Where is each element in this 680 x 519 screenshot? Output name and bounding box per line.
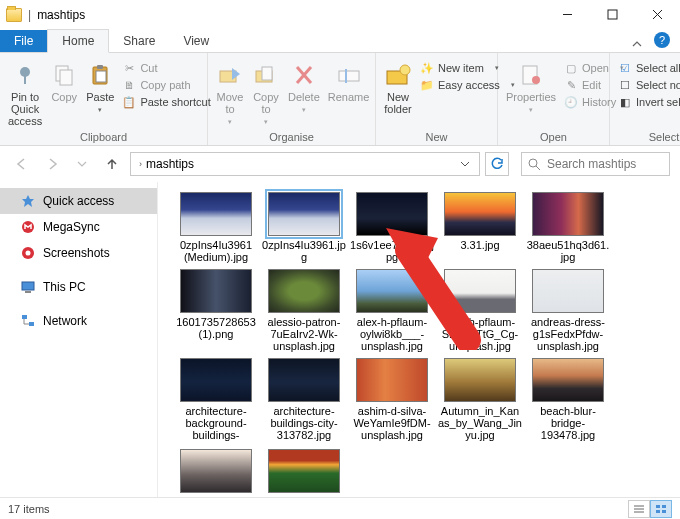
copy-path-button[interactable]: 🗎Copy path	[122, 78, 210, 92]
folder-icon	[6, 8, 22, 22]
svg-point-21	[532, 76, 540, 84]
sidebar-item-this-pc[interactable]: This PC	[0, 274, 157, 300]
svg-rect-28	[25, 291, 31, 293]
help-button[interactable]: ?	[654, 32, 670, 48]
paste-button[interactable]: Paste▾	[86, 61, 114, 116]
file-item[interactable]: 1s6v1ee75ah51.jpg	[350, 192, 434, 263]
properties-button[interactable]: Properties▾	[506, 61, 556, 116]
svg-rect-36	[656, 510, 660, 513]
file-thumbnail	[268, 449, 340, 493]
file-item[interactable]: beach-blur-bridge-193478.jpg	[526, 358, 610, 443]
copy-icon	[50, 61, 78, 89]
file-item[interactable]: 3.31.jpg	[438, 192, 522, 263]
invert-selection-button[interactable]: ◧Invert selection	[618, 95, 680, 109]
network-icon	[20, 313, 36, 329]
file-name: 1601735728653 (1).png	[174, 316, 258, 340]
open-button[interactable]: ▢Open ▾	[564, 61, 624, 75]
file-name: 38aeu51hq3d61.jpg	[526, 239, 610, 263]
thumbnails-view-button[interactable]	[650, 500, 672, 518]
file-name: alex-h-pflaum-SB_7KTtG_Cg-unsplash.jpg	[438, 316, 522, 352]
svg-line-23	[536, 166, 540, 170]
file-menu[interactable]: File	[0, 30, 47, 52]
svg-rect-35	[662, 505, 666, 508]
file-thumbnail	[268, 269, 340, 313]
back-button[interactable]	[10, 152, 34, 176]
svg-rect-16	[339, 71, 359, 81]
rename-button[interactable]: Rename	[328, 61, 370, 103]
details-view-button[interactable]	[628, 500, 650, 518]
svg-point-26	[26, 251, 31, 256]
file-item[interactable]: andreas-dress-g1sFedxPfdw-unsplash.jpg	[526, 269, 610, 352]
sidebar-item-megasync[interactable]: MegaSync	[0, 214, 157, 240]
recent-locations-button[interactable]	[70, 152, 94, 176]
file-thumbnail	[180, 358, 252, 402]
tab-view[interactable]: View	[169, 30, 223, 52]
item-count: 17 items	[8, 503, 50, 515]
file-item[interactable]: alex-h-pflaum-SB_7KTtG_Cg-unsplash.jpg	[438, 269, 522, 352]
file-name: alex-h-pflaum-oylwi8kb___-unsplash.jpg	[350, 316, 434, 352]
file-name: architecture-background-buildings-218983…	[174, 405, 258, 443]
window-title: mashtips	[37, 8, 85, 22]
file-thumbnail	[268, 358, 340, 402]
cut-icon: ✂	[122, 61, 136, 75]
file-item[interactable]: ashim-d-silva-WeYamIe9fDM-unsplash.jpg	[350, 358, 434, 443]
close-button[interactable]	[635, 0, 680, 29]
file-thumbnail	[532, 192, 604, 236]
paste-shortcut-button[interactable]: 📋Paste shortcut	[122, 95, 210, 109]
address-bar[interactable]: › mashtips	[130, 152, 480, 176]
forward-button[interactable]	[40, 152, 64, 176]
file-name: 0zpIns4Iu3961.jpg	[262, 239, 346, 263]
minimize-button[interactable]	[545, 0, 590, 29]
megasync-icon	[20, 219, 36, 235]
maximize-button[interactable]	[590, 0, 635, 29]
file-thumbnail	[356, 269, 428, 313]
svg-rect-13	[262, 67, 272, 80]
refresh-button[interactable]	[485, 152, 509, 176]
file-item[interactable]: architecture-buildings-city-313782.jpg	[262, 358, 346, 443]
status-bar: 17 items	[0, 497, 680, 519]
address-dropdown-button[interactable]	[455, 159, 475, 169]
edit-button[interactable]: ✎Edit	[564, 78, 624, 92]
svg-rect-37	[662, 510, 666, 513]
delete-button[interactable]: Delete▾	[288, 61, 320, 116]
history-button[interactable]: 🕘History	[564, 95, 624, 109]
copy-button[interactable]: Copy	[50, 61, 78, 103]
file-item[interactable]: 0zpIns4Iu3961 (Medium).jpg	[174, 192, 258, 263]
move-to-button[interactable]: Move to▾	[216, 61, 244, 128]
file-item[interactable]: 1601735728653 (1).png	[174, 269, 258, 352]
new-folder-icon	[384, 61, 412, 89]
file-item[interactable]: Camp Nou.jpg	[262, 449, 346, 497]
file-item[interactable]: alex-h-pflaum-oylwi8kb___-unsplash.jpg	[350, 269, 434, 352]
new-folder-button[interactable]: New folder	[384, 61, 412, 115]
select-all-button[interactable]: ☑Select all	[618, 61, 680, 75]
file-name: Autumn_in_Kanas_by_Wang_Jinyu.jpg	[438, 405, 522, 441]
sidebar-item-network[interactable]: Network	[0, 308, 157, 334]
separator: |	[28, 8, 31, 22]
tab-home[interactable]: Home	[47, 29, 109, 53]
pin-to-quick-access-button[interactable]: Pin to Quick access	[8, 61, 42, 127]
file-thumbnail	[532, 269, 604, 313]
up-button[interactable]	[100, 152, 124, 176]
menu-bar: File Home Share View ?	[0, 29, 680, 53]
search-box[interactable]: Search mashtips	[521, 152, 670, 176]
file-thumbnail	[180, 269, 252, 313]
copy-to-button[interactable]: Copy to▾	[252, 61, 280, 128]
select-none-button[interactable]: ☐Select none	[618, 78, 680, 92]
file-item[interactable]: architecture-background-buildings-218983…	[174, 358, 258, 443]
group-label: Organise	[216, 129, 367, 143]
collapse-ribbon-button[interactable]	[626, 38, 648, 52]
navigation-pane: Quick access MegaSync Screenshots This P…	[0, 182, 158, 497]
file-list[interactable]: 0zpIns4Iu3961 (Medium).jpg0zpIns4Iu3961.…	[158, 182, 680, 497]
file-item[interactable]: beach-bridge-dawn-253054.jpg	[174, 449, 258, 497]
svg-point-4	[20, 67, 30, 77]
svg-rect-7	[60, 70, 72, 85]
sidebar-item-screenshots[interactable]: Screenshots	[0, 240, 157, 266]
file-item[interactable]: 38aeu51hq3d61.jpg	[526, 192, 610, 263]
file-item[interactable]: Autumn_in_Kanas_by_Wang_Jinyu.jpg	[438, 358, 522, 443]
file-item[interactable]: 0zpIns4Iu3961.jpg	[262, 192, 346, 263]
address-crumb[interactable]: mashtips	[146, 157, 194, 171]
tab-share[interactable]: Share	[109, 30, 169, 52]
cut-button[interactable]: ✂Cut	[122, 61, 210, 75]
file-item[interactable]: alessio-patron-7uEaIrv2-Wk-unsplash.jpg	[262, 269, 346, 352]
sidebar-item-quick-access[interactable]: Quick access	[0, 188, 157, 214]
